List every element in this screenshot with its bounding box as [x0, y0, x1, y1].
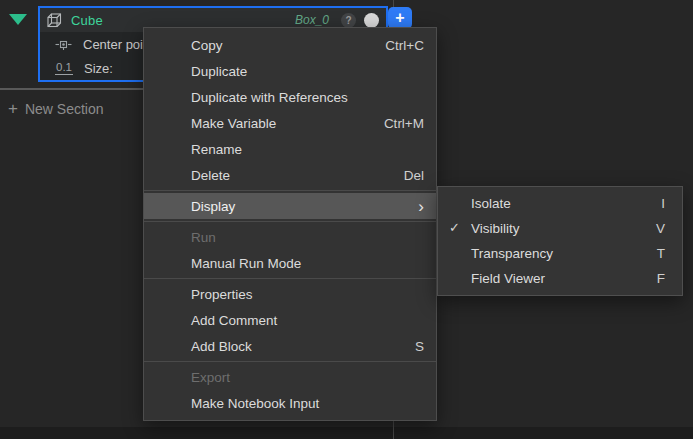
- menu-item-add-block[interactable]: Add Block S: [144, 333, 436, 359]
- menu-item-properties[interactable]: Properties: [144, 281, 436, 307]
- point-icon: [55, 36, 72, 53]
- submenu-item-field-viewer[interactable]: Field Viewer F: [438, 266, 682, 291]
- submenu-item-transparency[interactable]: Transparency T: [438, 241, 682, 266]
- menu-item-add-comment[interactable]: Add Comment: [144, 307, 436, 333]
- add-block-button[interactable]: +: [388, 7, 412, 29]
- input-label: Size:: [84, 61, 113, 76]
- submenu-item-visibility[interactable]: ✓ Visibility V: [438, 216, 682, 241]
- plus-icon: +: [395, 10, 404, 26]
- node-tag: Box_0: [295, 13, 329, 27]
- submenu-item-isolate[interactable]: Isolate I: [438, 191, 682, 216]
- menu-item-export: Export: [144, 364, 436, 390]
- shortcut-label: I: [661, 196, 665, 211]
- submenu-arrow-icon: ›: [418, 198, 424, 215]
- help-icon[interactable]: ?: [341, 13, 356, 28]
- menu-item-display[interactable]: Display ›: [144, 193, 436, 219]
- menu-separator: [144, 278, 436, 279]
- shortcut-label: T: [657, 246, 665, 261]
- node-title: Cube: [71, 13, 103, 28]
- bottom-panel-strip: [0, 427, 693, 439]
- display-submenu: Isolate I ✓ Visibility V Transparency T …: [437, 186, 683, 296]
- menu-item-duplicate-with-references[interactable]: Duplicate with References: [144, 84, 436, 110]
- menu-separator: [144, 221, 436, 222]
- menu-separator: [144, 361, 436, 362]
- new-section-label: New Section: [25, 101, 104, 117]
- menu-item-run: Run: [144, 224, 436, 250]
- shortcut-label: Ctrl+C: [385, 38, 424, 53]
- menu-item-manual-run-mode[interactable]: Manual Run Mode: [144, 250, 436, 276]
- plus-icon: +: [8, 100, 18, 117]
- collapse-triangle-icon[interactable]: [9, 14, 27, 25]
- checkmark-icon: ✓: [449, 220, 460, 235]
- context-menu: Copy Ctrl+C Duplicate Duplicate with Ref…: [143, 27, 437, 421]
- menu-item-copy[interactable]: Copy Ctrl+C: [144, 32, 436, 58]
- menu-item-delete[interactable]: Delete Del: [144, 162, 436, 188]
- menu-item-rename[interactable]: Rename: [144, 136, 436, 162]
- shortcut-label: S: [415, 339, 424, 354]
- cube-icon: [46, 12, 63, 29]
- menu-item-make-notebook-input[interactable]: Make Notebook Input: [144, 390, 436, 416]
- shortcut-label: V: [656, 221, 665, 236]
- shortcut-label: Del: [404, 168, 424, 183]
- menu-item-make-variable[interactable]: Make Variable Ctrl+M: [144, 110, 436, 136]
- menu-separator: [144, 190, 436, 191]
- number-icon: 0.1: [55, 61, 73, 75]
- shortcut-label: F: [657, 271, 665, 286]
- menu-item-duplicate[interactable]: Duplicate: [144, 58, 436, 84]
- new-section-button[interactable]: + New Section: [8, 100, 104, 117]
- status-dot-icon[interactable]: [364, 13, 379, 28]
- shortcut-label: Ctrl+M: [384, 116, 424, 131]
- canvas: + New Section Cube Box_0 ?: [0, 0, 693, 439]
